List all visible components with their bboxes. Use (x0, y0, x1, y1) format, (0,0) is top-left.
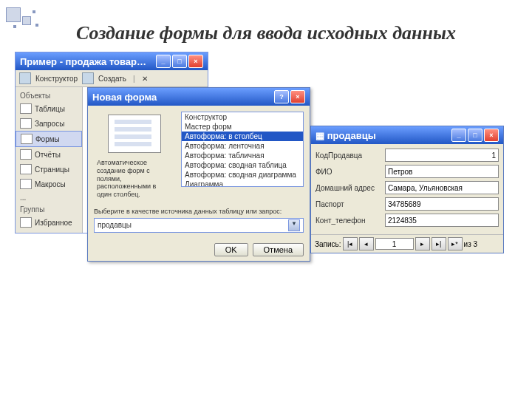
list-item[interactable]: Конструктор (182, 112, 303, 122)
sidebar-item-reports[interactable]: Отчёты (16, 147, 82, 162)
chevron-down-icon[interactable]: ▼ (288, 219, 300, 231)
source-value: продавцы (98, 221, 132, 229)
sidebar-item-tables[interactable]: Таблицы (16, 101, 82, 116)
form-titlebar[interactable]: ▦ продавцы _ □ × (311, 126, 503, 144)
form-icon: ▦ (316, 130, 324, 141)
toolbar-label[interactable]: Конструктор (35, 75, 78, 83)
db-toolbar: Конструктор Создать | ✕ (16, 70, 208, 87)
list-item[interactable]: Автоформа: сводная таблица (182, 160, 303, 170)
minimize-button[interactable]: _ (156, 55, 171, 68)
field-label: Домашний адрес (316, 184, 382, 192)
toolbar-design-icon[interactable] (82, 72, 94, 84)
form-preview (108, 115, 161, 153)
record-navigator: Запись: |◂ ◂ 1 ▸ ▸| ▸* из 3 (311, 234, 503, 253)
nav-new-button[interactable]: ▸* (448, 237, 463, 250)
passport-field[interactable]: 34785689 (385, 197, 499, 211)
address-field[interactable]: Самара, Ульяновская (385, 181, 499, 194)
list-item[interactable]: Автоформа: сводная диаграмма (182, 170, 303, 180)
nav-last-button[interactable]: ▸| (432, 237, 446, 250)
fio-field[interactable]: Петров (385, 165, 499, 178)
field-label: КодПродавца (316, 151, 382, 160)
macro-icon (20, 179, 32, 189)
slide-title: Создание формы для ввода исходных данных (0, 0, 532, 52)
close-button[interactable]: × (188, 55, 203, 68)
query-icon (20, 118, 32, 129)
maximize-button[interactable]: □ (172, 55, 187, 68)
table-icon (20, 103, 32, 114)
toolbar-label[interactable]: Создать (98, 75, 126, 83)
dialog-title: Новая форма (92, 92, 157, 103)
ok-button[interactable]: OK (214, 243, 248, 256)
form-body: КодПродавца1 ФИОПетров Домашний адресСам… (311, 144, 503, 234)
close-button[interactable]: × (484, 129, 499, 142)
seller-id-field[interactable]: 1 (385, 149, 499, 162)
maximize-button[interactable]: □ (468, 129, 482, 142)
sidebar-item-pages[interactable]: Страницы (16, 162, 82, 177)
field-label: Конт_телефон (316, 216, 382, 225)
list-item[interactable]: Автоформа: ленточная (182, 141, 303, 151)
db-titlebar[interactable]: Пример - продажа товар… _ □ × (16, 52, 208, 70)
toolbar-x[interactable]: ✕ (142, 75, 148, 83)
slide-decorator (6, 7, 43, 30)
nav-total: из 3 (464, 240, 478, 248)
sidebar-item-favorites[interactable]: Избранное (16, 215, 82, 230)
form-type-list[interactable]: Конструктор Мастер форм Автоформа: в сто… (181, 112, 304, 187)
list-item[interactable]: Мастер форм (182, 122, 303, 132)
form-icon (21, 134, 33, 144)
sidebar-item-macros[interactable]: Макросы (16, 177, 82, 191)
phone-field[interactable]: 2124835 (385, 214, 499, 227)
sidebar-item-queries[interactable]: Запросы (16, 116, 82, 131)
list-item[interactable]: Автоформа: табличная (182, 151, 303, 160)
star-icon (20, 217, 32, 228)
nav-label: Запись: (315, 240, 341, 248)
objects-sidebar: Объекты Таблицы Запросы Формы Отчёты Стр… (16, 87, 83, 233)
dialog-close-button[interactable]: × (290, 90, 305, 103)
sidebar-header: Объекты (16, 90, 82, 101)
toolbar-open-icon[interactable] (19, 72, 31, 84)
field-label: Паспорт (316, 200, 382, 208)
page-icon (20, 164, 32, 174)
minimize-button[interactable]: _ (451, 129, 466, 142)
sidebar-item-forms[interactable]: Формы (16, 131, 82, 147)
cancel-button[interactable]: Отмена (253, 243, 304, 256)
list-item-selected[interactable]: Автоформа: в столбец (182, 132, 303, 141)
field-label: ФИО (316, 168, 382, 176)
nav-position[interactable]: 1 (375, 238, 414, 250)
source-label: Выберите в качестве источника данных таб… (94, 208, 304, 215)
dialog-titlebar[interactable]: Новая форма ? × (88, 88, 310, 106)
nav-first-button[interactable]: |◂ (343, 237, 358, 250)
sidebar-groups: Группы (16, 204, 82, 215)
nav-next-button[interactable]: ▸ (415, 237, 430, 250)
help-button[interactable]: ? (274, 90, 289, 103)
db-title: Пример - продажа товар… (20, 56, 146, 67)
report-icon (20, 149, 32, 160)
source-combo[interactable]: продавцы ▼ (94, 218, 304, 233)
sidebar-item-more[interactable]: ... (16, 191, 82, 204)
list-item[interactable]: Диаграмма (182, 180, 303, 187)
form-title: продавцы (327, 130, 376, 141)
dialog-description: Автоматическое создание форм с полями, р… (94, 159, 175, 199)
nav-prev-button[interactable]: ◂ (359, 237, 374, 250)
new-form-dialog: Новая форма ? × Автоматическое создание … (87, 87, 310, 262)
sellers-form-window: ▦ продавцы _ □ × КодПродавца1 ФИОПетров … (310, 126, 504, 253)
